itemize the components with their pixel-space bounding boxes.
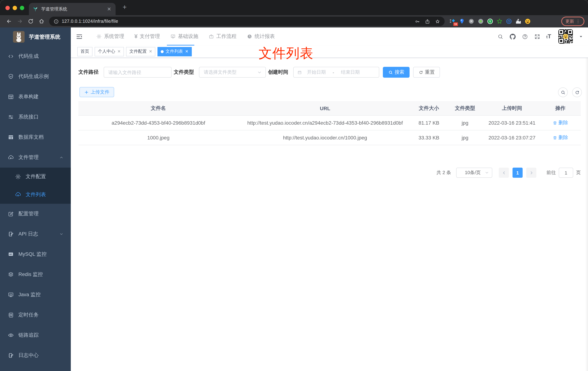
sidebar-item-Java 监控[interactable]: Java 监控 [0,285,71,305]
home-icon[interactable] [36,16,47,26]
bookmark-star-icon[interactable] [435,19,440,24]
page-goto-input[interactable] [559,168,573,178]
caret-down-icon[interactable] [579,34,583,39]
sidebar-item-文件管理[interactable]: 文件管理 [0,147,71,168]
top-menu-item-支付管理[interactable]: ¥支付管理 [129,27,165,45]
browser-toolbar: 127.0.0.1:1024/infra/file/file 11⌘Y 更新 ⋮ [0,15,588,27]
gray-dot-extension[interactable] [477,18,484,25]
traffic-light-zoom[interactable] [20,6,24,10]
sidebar-item-表单构建[interactable]: 表单构建 [0,87,71,107]
command-extension[interactable]: ⌘ [468,18,475,25]
puzzle-extension[interactable] [515,18,522,25]
file-path-input[interactable] [104,67,172,78]
sidebar-item-文件列表[interactable]: 文件列表 [0,186,71,204]
tab-close-icon[interactable]: ✕ [185,49,188,54]
sidebar-toggle-icon[interactable] [76,33,83,40]
tab-个人中心[interactable]: 个人中心✕ [95,47,124,56]
cell-url: http://test.yudao.iocoder.cn/a294ecb2-73… [238,119,412,127]
new-tab-button[interactable]: + [120,2,129,12]
browser-tab[interactable]: 芋道管理系统 ✕ [29,3,116,15]
tab-close-icon[interactable]: ✕ [106,6,112,12]
sliders-icon [8,114,14,120]
search-icon[interactable] [497,33,503,40]
blue-pin-extension[interactable] [459,18,465,25]
tab-文件配置[interactable]: 文件配置✕ [126,47,155,56]
edit-square-icon [8,211,14,217]
top-menu-item-工作流程[interactable]: 工作流程 [203,27,242,45]
back-icon[interactable] [4,16,14,26]
table-row: a294ecb2-73dd-4353-bf40-296b8931d0bfhttp… [78,116,581,130]
top-menu-item-统计报表[interactable]: 统计报表 [242,27,280,45]
date-range-picker[interactable]: 开始日期 - 结束日期 [293,67,379,78]
eye-icon [8,332,14,339]
kebab-menu-icon: ⋮ [576,19,580,24]
next-page-button[interactable] [526,168,536,178]
sidebar-item-label: API 日志 [18,231,38,237]
layers-icon [8,271,14,278]
sidebar-item-label: 链路追踪 [18,332,39,339]
sidebar-item-文件配置[interactable]: 文件配置 [0,168,71,186]
cell-file-name: a294ecb2-73dd-4353-bf40-296b8931d0bf [78,119,238,127]
info-icon[interactable] [53,19,59,24]
filter-form: 文件路径 文件类型 请选择文件类型 创建时间 开始日期 - 结束日期 搜索 [78,67,440,78]
app-title: 芋道管理系统 [29,33,60,40]
sidebar-item-API 日志[interactable]: API 日志 [0,224,71,244]
sidebar-item-链路追踪[interactable]: 链路追踪 [0,325,71,345]
toggle-search-button[interactable] [558,87,568,97]
traffic-light-close[interactable] [5,6,10,10]
tab-文件列表[interactable]: 文件列表✕ [158,47,192,56]
qr-code-avatar[interactable] [558,29,573,44]
file-type-placeholder: 请选择文件类型 [204,69,257,75]
top-menu-label: 基础设施 [178,33,198,40]
file-type-select[interactable]: 请选择文件类型 [199,67,266,78]
blue-eye-extension[interactable] [506,18,512,25]
emoji-extension[interactable] [525,18,531,25]
cell-file-name: 1000.jpeg [78,134,238,142]
upload-file-button[interactable]: 上传文件 [79,87,114,97]
fullscreen-icon[interactable] [534,33,540,40]
key-icon[interactable] [415,19,420,24]
blue-diamond-extension[interactable]: 11 [449,18,456,25]
sidebar-item-代码生成示例[interactable]: 代码生成示例 [0,66,71,87]
green-y-extension[interactable]: Y [487,18,493,25]
top-menu-label: 系统管理 [104,33,124,40]
page-number-button[interactable]: 1 [513,168,523,178]
total-count: 共 2 条 [437,170,451,176]
page-size-select[interactable]: 10条/页 [456,168,492,178]
share-icon[interactable] [425,19,430,24]
reset-button[interactable]: 重置 [413,67,440,78]
code-icon [8,53,14,60]
top-menu-item-基础设施[interactable]: 基础设施 [165,27,203,45]
tab-首页[interactable]: 首页 [77,47,93,56]
chevron-left-icon [502,170,506,175]
sidebar-item-MySQL 监控[interactable]: MySQL 监控 [0,244,71,265]
sidebar-item-配置管理[interactable]: 配置管理 [0,204,71,224]
github-icon[interactable] [509,33,515,40]
sidebar-item-数据库文档[interactable]: 数据库文档 [0,127,71,147]
table-row: 1000.jpeghttp://test.yudao.iocoder.cn/10… [78,130,581,145]
cloud-upload-icon [15,191,21,198]
prev-page-button[interactable] [499,168,509,178]
sidebar-item-日志中心[interactable]: 日志中心 [0,345,71,366]
reload-icon[interactable] [25,16,36,26]
refresh-table-button[interactable] [572,87,582,97]
top-menu-item-系统管理[interactable]: 系统管理 [91,27,129,45]
address-bar[interactable]: 127.0.0.1:1024/infra/file/file [49,17,445,26]
traffic-light-minimize[interactable] [13,6,17,10]
green-star-extension[interactable] [496,18,503,25]
delete-button[interactable]: 删除 [553,134,568,142]
help-icon[interactable] [522,33,528,40]
sidebar-item-系统接口[interactable]: 系统接口 [0,107,71,127]
forward-icon[interactable] [14,16,25,26]
sidebar-logo[interactable]: 芋道管理系统 [0,27,71,46]
tab-close-icon[interactable]: ✕ [149,49,152,54]
browser-update-button[interactable]: 更新 ⋮ [561,17,584,26]
search-button[interactable]: 搜索 [383,67,410,78]
delete-button[interactable]: 删除 [553,119,568,127]
tab-close-icon[interactable]: ✕ [117,49,121,54]
sidebar-item-定时任务[interactable]: 定时任务 [0,305,71,325]
sidebar-item-label: 代码生成 [18,53,39,60]
sidebar-item-Redis 监控[interactable]: Redis 监控 [0,265,71,285]
font-size-icon[interactable]: tT [546,33,551,40]
sidebar-item-代码生成[interactable]: 代码生成 [0,46,71,66]
